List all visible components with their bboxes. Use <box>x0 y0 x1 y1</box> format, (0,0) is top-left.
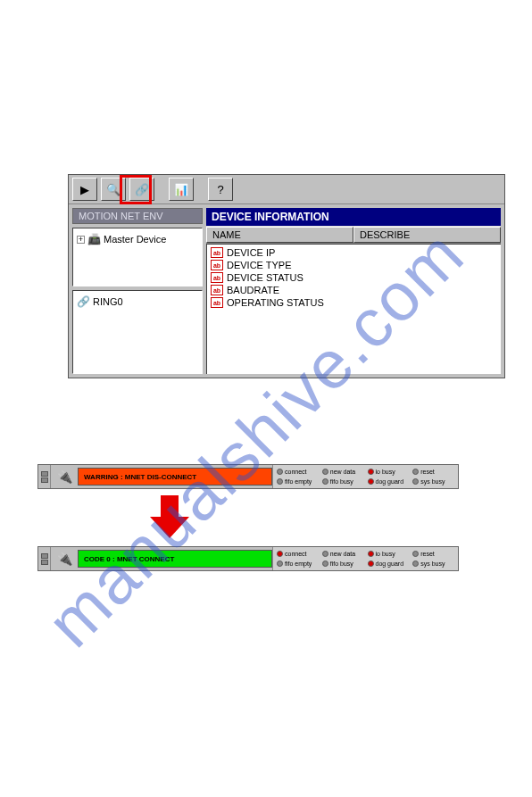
run-icon[interactable]: ▶ <box>72 178 97 201</box>
statusbar-handle <box>38 547 51 570</box>
app-body: MOTION NET ENV + 📠 Master Device 🔗 RING0… <box>69 204 504 378</box>
status-led-grid: connect new data io busy reset fifo empt… <box>272 547 458 570</box>
ab-icon: ab <box>211 297 223 308</box>
status-message: WARRING : MNET DIS-CONNECT <box>78 468 272 486</box>
led-newdata: new data <box>322 551 364 557</box>
prop-label: DEVICE TYPE <box>227 260 292 270</box>
arrow-down-icon <box>150 495 189 538</box>
ab-icon: ab <box>211 260 223 270</box>
tree-box: + 📠 Master Device <box>72 228 203 286</box>
toolbar: ▶ 🔍 🔗 📊 ? <box>69 175 504 204</box>
led-connect: connect <box>277 469 319 475</box>
prop-label: DEVICE STATUS <box>227 272 303 283</box>
status-led-grid: connect new data io busy reset fifo empt… <box>272 465 458 488</box>
status-message: CODE 0 : MNET CONNECT <box>78 550 272 568</box>
statusbar-handle <box>38 465 51 488</box>
device-info-title: DEVICE INFORMATION <box>206 208 501 226</box>
ring-icon: 🔗 <box>77 295 90 308</box>
list-item[interactable]: ab BAUDRATE <box>209 284 499 296</box>
ab-icon: ab <box>211 247 223 258</box>
ring-box: 🔗 RING0 <box>72 290 203 374</box>
led-fifoempty: fifo empty <box>277 560 319 567</box>
led-dogguard: dog guard <box>368 478 410 485</box>
led-iobusy: io busy <box>368 551 410 557</box>
help-icon[interactable]: ? <box>208 178 233 201</box>
connect-icon[interactable]: 🔗 <box>129 178 154 201</box>
led-fifobusy: fifo busy <box>322 560 364 567</box>
col-describe[interactable]: DESCRIBE <box>353 227 501 243</box>
led-dogguard: dog guard <box>368 560 410 567</box>
device-icon: 📠 <box>87 233 101 245</box>
status-bar-after: 🔌 CODE 0 : MNET CONNECT connect new data… <box>37 546 459 571</box>
list-item[interactable]: ab DEVICE TYPE <box>209 259 499 271</box>
ring-label: RING0 <box>93 296 123 307</box>
led-sysbusy: sys busy <box>412 478 454 485</box>
list-item[interactable]: ab DEVICE IP <box>209 246 499 259</box>
led-iobusy: io busy <box>368 469 410 475</box>
list-item[interactable]: ab DEVICE STATUS <box>209 271 499 284</box>
device-info-header: NAME DESCRIBE <box>206 226 501 244</box>
col-name[interactable]: NAME <box>206 227 353 243</box>
config-icon[interactable]: 📊 <box>169 178 194 201</box>
tree-root-label: Master Device <box>104 234 166 245</box>
led-fifoempty: fifo empty <box>277 478 319 485</box>
prop-label: DEVICE IP <box>227 247 275 258</box>
tree-panel-title: MOTION NET ENV <box>72 208 203 224</box>
connection-icon: 🔌 <box>51 465 78 488</box>
tree-root-item[interactable]: + 📠 Master Device <box>77 232 198 246</box>
led-sysbusy: sys busy <box>412 560 454 567</box>
ring-item[interactable]: 🔗 RING0 <box>77 295 198 309</box>
status-bar-before: 🔌 WARRING : MNET DIS-CONNECT connect new… <box>37 464 459 489</box>
ab-icon: ab <box>211 285 223 295</box>
list-item[interactable]: ab OPERATING STATUS <box>209 296 499 309</box>
prop-label: OPERATING STATUS <box>227 297 324 308</box>
connection-icon: 🔌 <box>51 547 78 570</box>
expand-icon[interactable]: + <box>77 236 85 244</box>
led-connect: connect <box>277 551 319 557</box>
right-pane: DEVICE INFORMATION NAME DESCRIBE ab DEVI… <box>206 208 501 374</box>
ab-icon: ab <box>211 272 223 283</box>
led-reset: reset <box>412 551 454 557</box>
prop-label: BAUDRATE <box>227 285 279 295</box>
app-window: ▶ 🔍 🔗 📊 ? MOTION NET ENV + 📠 Master Devi… <box>68 174 505 378</box>
device-info-list: ab DEVICE IP ab DEVICE TYPE ab DEVICE ST… <box>206 244 501 374</box>
led-newdata: new data <box>322 469 364 475</box>
zoom-icon[interactable]: 🔍 <box>101 178 126 201</box>
left-pane: MOTION NET ENV + 📠 Master Device 🔗 RING0 <box>72 208 203 374</box>
led-reset: reset <box>412 469 454 475</box>
led-fifobusy: fifo busy <box>322 478 364 485</box>
